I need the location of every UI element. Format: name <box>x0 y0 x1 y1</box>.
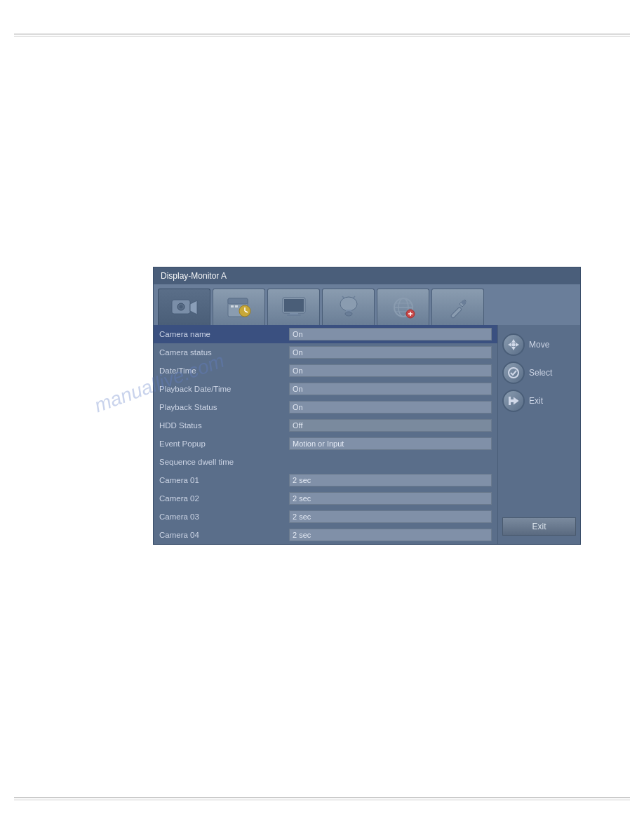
top-rule <box>14 34 630 37</box>
control-select[interactable]: Select <box>502 362 576 384</box>
svg-rect-9 <box>231 305 234 307</box>
select-label: Select <box>529 368 552 378</box>
dialog-body: Camera name Camera status Date/Time Play… <box>154 325 580 544</box>
input-playback-datetime[interactable] <box>289 383 492 395</box>
input-camera-04[interactable] <box>289 529 492 541</box>
tab-schedule[interactable] <box>213 289 265 325</box>
input-camera-02[interactable] <box>289 492 492 505</box>
label-sequence-dwell: Sequence dwell time <box>159 458 289 466</box>
input-camera-name[interactable] <box>289 328 492 340</box>
input-camera-status[interactable] <box>289 346 492 359</box>
svg-point-15 <box>340 297 357 311</box>
row-playback-datetime: Playback Date/Time <box>154 380 497 398</box>
svg-point-35 <box>509 368 518 378</box>
input-hdd-status[interactable] <box>289 419 492 432</box>
right-controls-panel: Move Select <box>497 325 580 544</box>
row-camera-name: Camera name <box>154 325 497 343</box>
row-sequence-dwell: Sequence dwell time <box>154 453 497 471</box>
svg-marker-31 <box>511 347 516 350</box>
label-event-popup: Event Popup <box>159 439 289 448</box>
input-camera-03[interactable] <box>289 510 492 523</box>
svg-line-18 <box>342 296 344 298</box>
svg-rect-5 <box>228 298 248 304</box>
svg-rect-12 <box>284 299 304 312</box>
label-camera-name: Camera name <box>159 330 289 338</box>
svg-rect-28 <box>450 307 462 318</box>
select-icon <box>502 362 525 384</box>
row-camera-02: Camera 02 <box>154 489 497 508</box>
form-area: Camera name Camera status Date/Time Play… <box>154 325 497 544</box>
tab-monitor[interactable] <box>267 289 320 325</box>
svg-marker-32 <box>508 343 511 347</box>
svg-rect-10 <box>235 305 238 307</box>
svg-marker-33 <box>516 343 519 347</box>
svg-point-29 <box>462 300 466 305</box>
label-camera-04: Camera 04 <box>159 531 289 539</box>
label-playback-datetime: Playback Date/Time <box>159 385 289 393</box>
label-camera-02: Camera 02 <box>159 494 289 503</box>
row-camera-03: Camera 03 <box>154 508 497 526</box>
move-label: Move <box>529 340 549 350</box>
exit-button[interactable]: Exit <box>502 517 576 536</box>
row-event-popup: Event Popup <box>154 435 497 453</box>
input-date-time[interactable] <box>289 364 492 377</box>
row-playback-status: Playback Status <box>154 398 497 416</box>
label-playback-status: Playback Status <box>159 403 289 411</box>
move-icon <box>502 333 525 356</box>
tab-system[interactable] <box>431 289 484 325</box>
svg-rect-37 <box>509 397 511 405</box>
row-camera-status: Camera status <box>154 343 497 362</box>
label-date-time: Date/Time <box>159 366 289 375</box>
row-date-time: Date/Time <box>154 362 497 380</box>
input-camera-01[interactable] <box>289 474 492 486</box>
control-exit[interactable]: Exit <box>502 390 576 412</box>
row-camera-04: Camera 04 <box>154 526 497 544</box>
svg-point-34 <box>512 343 516 347</box>
tab-alarm[interactable] <box>322 289 375 325</box>
bottom-rule <box>14 797 630 800</box>
tab-bar <box>154 284 580 325</box>
svg-marker-30 <box>511 339 516 343</box>
svg-rect-14 <box>287 315 301 316</box>
svg-point-17 <box>345 312 352 316</box>
dialog-title: Display-Monitor A <box>154 267 580 284</box>
label-hdd-status: HDD Status <box>159 421 289 430</box>
row-camera-01: Camera 01 <box>154 471 497 489</box>
tab-network[interactable] <box>377 289 429 325</box>
exit-ctrl-label: Exit <box>529 396 543 406</box>
dialog-window: Display-Monitor A <box>153 267 581 545</box>
control-move[interactable]: Move <box>502 333 576 356</box>
label-camera-03: Camera 03 <box>159 512 289 521</box>
svg-point-3 <box>179 305 182 308</box>
input-event-popup[interactable] <box>289 437 492 450</box>
exit-ctrl-icon <box>502 390 525 412</box>
row-hdd-status: HDD Status <box>154 416 497 435</box>
tab-camera[interactable] <box>158 289 210 325</box>
label-camera-01: Camera 01 <box>159 476 289 484</box>
label-camera-status: Camera status <box>159 348 289 357</box>
svg-line-19 <box>353 296 355 298</box>
svg-marker-1 <box>190 300 197 315</box>
input-playback-status[interactable] <box>289 401 492 413</box>
